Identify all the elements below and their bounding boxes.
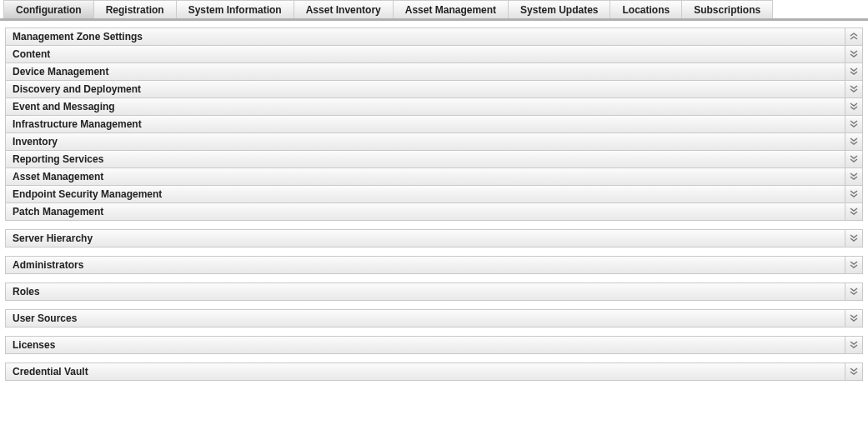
- panel-label: User Sources: [6, 310, 845, 327]
- panel-user-sources[interactable]: User Sources: [6, 310, 862, 328]
- tab-system-updates[interactable]: System Updates: [508, 0, 610, 18]
- panel-administrators[interactable]: Administrators: [6, 257, 862, 274]
- tab-locations[interactable]: Locations: [610, 0, 682, 18]
- chevron-down-icon[interactable]: [845, 116, 862, 132]
- panel-label: Discovery and Deployment: [6, 81, 845, 98]
- chevron-down-icon[interactable]: [845, 98, 862, 115]
- panel-event-and-messaging[interactable]: Event and Messaging: [6, 98, 862, 116]
- tab-asset-inventory[interactable]: Asset Inventory: [294, 0, 394, 18]
- chevron-down-icon[interactable]: [845, 151, 862, 168]
- tab-subscriptions[interactable]: Subscriptions: [681, 0, 773, 18]
- panel-label: Licenses: [6, 337, 845, 353]
- panel-label: Device Management: [6, 63, 845, 80]
- panel-group: Management Zone SettingsContentDevice Ma…: [5, 28, 863, 221]
- chevron-down-icon[interactable]: [845, 257, 862, 273]
- chevron-down-icon[interactable]: [845, 283, 862, 300]
- tab-configuration[interactable]: Configuration: [3, 0, 94, 18]
- panel-group: Administrators: [5, 256, 863, 274]
- tab-label: Registration: [106, 4, 164, 16]
- panel-label: Content: [6, 46, 845, 62]
- panel-label: Roles: [6, 283, 845, 300]
- chevron-down-icon[interactable]: [845, 203, 862, 220]
- panel-label: Administrators: [6, 257, 845, 273]
- panel-label: Asset Management: [6, 168, 845, 185]
- tab-label: System Updates: [520, 4, 598, 16]
- panel-label: Patch Management: [6, 203, 845, 220]
- panel-asset-management[interactable]: Asset Management: [6, 168, 862, 186]
- tab-system-information[interactable]: System Information: [176, 0, 294, 18]
- panel-endpoint-security-management[interactable]: Endpoint Security Management: [6, 186, 862, 203]
- panel-label: Management Zone Settings: [6, 28, 845, 45]
- panel-label: Reporting Services: [6, 151, 845, 168]
- chevron-down-icon[interactable]: [845, 363, 862, 380]
- panel-server-hierarchy[interactable]: Server Hierarchy: [6, 230, 862, 248]
- panel-group: Server Hierarchy: [5, 229, 863, 248]
- chevron-up-icon[interactable]: [845, 28, 862, 45]
- chevron-down-icon[interactable]: [845, 63, 862, 80]
- chevron-down-icon[interactable]: [845, 46, 862, 62]
- tab-label: Configuration: [16, 4, 82, 16]
- tab-label: Asset Management: [405, 4, 496, 16]
- chevron-down-icon[interactable]: [845, 310, 862, 327]
- panel-credential-vault[interactable]: Credential Vault: [6, 363, 862, 381]
- panel-reporting-services[interactable]: Reporting Services: [6, 151, 862, 168]
- config-panels: Management Zone SettingsContentDevice Ma…: [0, 21, 868, 394]
- panel-infrastructure-management[interactable]: Infrastructure Management: [6, 116, 862, 133]
- panel-content[interactable]: Content: [6, 46, 862, 63]
- tab-label: Locations: [622, 4, 670, 16]
- chevron-down-icon[interactable]: [845, 337, 862, 353]
- panel-label: Event and Messaging: [6, 98, 845, 115]
- chevron-down-icon[interactable]: [845, 186, 862, 202]
- panel-group: Credential Vault: [5, 362, 863, 381]
- panel-licenses[interactable]: Licenses: [6, 337, 862, 354]
- panel-roles[interactable]: Roles: [6, 283, 862, 301]
- panel-group: Licenses: [5, 336, 863, 354]
- tab-label: System Information: [188, 4, 282, 16]
- panel-label: Endpoint Security Management: [6, 186, 845, 202]
- tab-bar: ConfigurationRegistrationSystem Informat…: [0, 0, 868, 21]
- panel-inventory[interactable]: Inventory: [6, 133, 862, 151]
- chevron-down-icon[interactable]: [845, 133, 862, 150]
- panel-patch-management[interactable]: Patch Management: [6, 203, 862, 221]
- chevron-down-icon[interactable]: [845, 230, 862, 247]
- panel-label: Server Hierarchy: [6, 230, 845, 247]
- panel-label: Infrastructure Management: [6, 116, 845, 132]
- tab-label: Subscriptions: [694, 4, 760, 16]
- tab-registration[interactable]: Registration: [93, 0, 177, 18]
- tab-asset-management[interactable]: Asset Management: [393, 0, 509, 18]
- panel-device-management[interactable]: Device Management: [6, 63, 862, 81]
- chevron-down-icon[interactable]: [845, 81, 862, 98]
- panel-label: Inventory: [6, 133, 845, 150]
- tab-label: Asset Inventory: [306, 4, 381, 16]
- panel-group: User Sources: [5, 309, 863, 328]
- panel-group: Roles: [5, 282, 863, 301]
- chevron-down-icon[interactable]: [845, 168, 862, 185]
- panel-management-zone-settings[interactable]: Management Zone Settings: [6, 28, 862, 46]
- panel-discovery-and-deployment[interactable]: Discovery and Deployment: [6, 81, 862, 98]
- panel-label: Credential Vault: [6, 363, 845, 380]
